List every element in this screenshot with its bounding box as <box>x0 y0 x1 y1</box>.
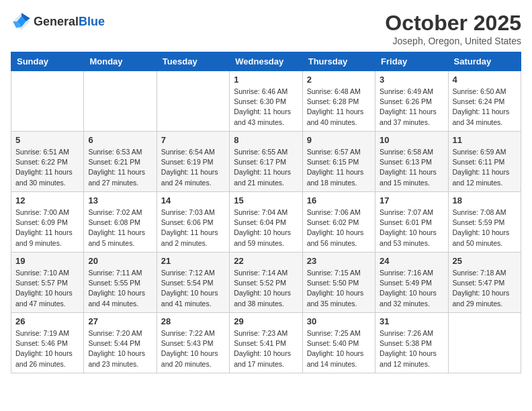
calendar-cell: 18Sunrise: 7:08 AM Sunset: 5:59 PM Dayli… <box>448 192 521 253</box>
day-info: Sunrise: 6:48 AM Sunset: 6:28 PM Dayligh… <box>307 87 371 128</box>
calendar-cell: 17Sunrise: 7:07 AM Sunset: 6:01 PM Dayli… <box>375 192 448 253</box>
day-info: Sunrise: 7:26 AM Sunset: 5:38 PM Dayligh… <box>380 328 443 369</box>
day-number: 31 <box>380 316 443 326</box>
calendar-cell: 8Sunrise: 6:55 AM Sunset: 6:17 PM Daylig… <box>230 132 302 192</box>
month-title: October 2025 <box>385 11 521 36</box>
calendar-cell: 13Sunrise: 7:02 AM Sunset: 6:08 PM Dayli… <box>84 192 157 253</box>
week-row-1: 1Sunrise: 6:46 AM Sunset: 6:30 PM Daylig… <box>11 71 521 132</box>
logo-blue: Blue <box>79 15 105 28</box>
day-number: 1 <box>234 75 298 85</box>
day-number: 21 <box>161 256 225 266</box>
day-info: Sunrise: 7:23 AM Sunset: 5:41 PM Dayligh… <box>234 328 298 369</box>
calendar-cell: 22Sunrise: 7:14 AM Sunset: 5:52 PM Dayli… <box>230 253 302 313</box>
day-info: Sunrise: 7:12 AM Sunset: 5:54 PM Dayligh… <box>161 268 225 309</box>
calendar: SundayMondayTuesdayWednesdayThursdayFrid… <box>11 52 521 373</box>
calendar-cell: 29Sunrise: 7:23 AM Sunset: 5:41 PM Dayli… <box>230 313 302 373</box>
location: Joseph, Oregon, United States <box>385 36 521 46</box>
calendar-cell: 4Sunrise: 6:50 AM Sunset: 6:24 PM Daylig… <box>448 71 521 132</box>
calendar-cell: 26Sunrise: 7:19 AM Sunset: 5:46 PM Dayli… <box>11 313 84 373</box>
calendar-cell: 28Sunrise: 7:22 AM Sunset: 5:43 PM Dayli… <box>157 313 229 373</box>
calendar-header: SundayMondayTuesdayWednesdayThursdayFrid… <box>11 52 521 71</box>
calendar-cell: 2Sunrise: 6:48 AM Sunset: 6:28 PM Daylig… <box>302 71 375 132</box>
calendar-cell: 25Sunrise: 7:18 AM Sunset: 5:47 PM Dayli… <box>448 253 521 313</box>
day-number: 12 <box>15 195 79 205</box>
day-info: Sunrise: 7:14 AM Sunset: 5:52 PM Dayligh… <box>234 268 298 309</box>
day-number: 24 <box>380 256 443 266</box>
day-number: 9 <box>307 135 371 145</box>
calendar-cell: 5Sunrise: 6:51 AM Sunset: 6:22 PM Daylig… <box>11 132 84 192</box>
calendar-cell: 11Sunrise: 6:59 AM Sunset: 6:11 PM Dayli… <box>448 132 521 192</box>
day-number: 22 <box>234 256 298 266</box>
day-number: 26 <box>15 316 79 326</box>
day-number: 27 <box>88 316 152 326</box>
day-number: 28 <box>161 316 225 326</box>
logo: GeneralBlue <box>11 11 105 32</box>
day-number: 20 <box>88 256 152 266</box>
day-of-week-wednesday: Wednesday <box>230 52 302 71</box>
day-info: Sunrise: 7:16 AM Sunset: 5:49 PM Dayligh… <box>380 268 443 309</box>
day-info: Sunrise: 7:00 AM Sunset: 6:09 PM Dayligh… <box>15 208 79 248</box>
day-number: 13 <box>88 195 152 205</box>
day-info: Sunrise: 6:55 AM Sunset: 6:17 PM Dayligh… <box>234 147 298 188</box>
day-info: Sunrise: 6:51 AM Sunset: 6:22 PM Dayligh… <box>15 147 79 188</box>
week-row-3: 12Sunrise: 7:00 AM Sunset: 6:09 PM Dayli… <box>11 192 521 253</box>
day-number: 2 <box>307 75 371 85</box>
calendar-cell <box>11 71 84 132</box>
day-of-week-friday: Friday <box>375 52 448 71</box>
calendar-cell: 15Sunrise: 7:04 AM Sunset: 6:04 PM Dayli… <box>230 192 302 253</box>
day-info: Sunrise: 7:04 AM Sunset: 6:04 PM Dayligh… <box>234 208 298 248</box>
calendar-cell: 27Sunrise: 7:20 AM Sunset: 5:44 PM Dayli… <box>84 313 157 373</box>
logo-text: GeneralBlue <box>34 15 105 29</box>
week-row-4: 19Sunrise: 7:10 AM Sunset: 5:57 PM Dayli… <box>11 253 521 313</box>
calendar-cell: 1Sunrise: 6:46 AM Sunset: 6:30 PM Daylig… <box>230 71 302 132</box>
logo-general: General <box>34 15 79 28</box>
day-number: 19 <box>15 256 79 266</box>
calendar-cell: 12Sunrise: 7:00 AM Sunset: 6:09 PM Dayli… <box>11 192 84 253</box>
calendar-cell: 16Sunrise: 7:06 AM Sunset: 6:02 PM Dayli… <box>302 192 375 253</box>
day-number: 17 <box>380 195 443 205</box>
day-info: Sunrise: 7:02 AM Sunset: 6:08 PM Dayligh… <box>88 208 152 248</box>
calendar-cell: 9Sunrise: 6:57 AM Sunset: 6:15 PM Daylig… <box>302 132 375 192</box>
week-row-2: 5Sunrise: 6:51 AM Sunset: 6:22 PM Daylig… <box>11 132 521 192</box>
calendar-cell: 10Sunrise: 6:58 AM Sunset: 6:13 PM Dayli… <box>375 132 448 192</box>
day-of-week-saturday: Saturday <box>448 52 521 71</box>
day-of-week-monday: Monday <box>84 52 157 71</box>
day-info: Sunrise: 6:54 AM Sunset: 6:19 PM Dayligh… <box>161 147 225 188</box>
calendar-cell: 7Sunrise: 6:54 AM Sunset: 6:19 PM Daylig… <box>157 132 229 192</box>
day-info: Sunrise: 7:03 AM Sunset: 6:06 PM Dayligh… <box>161 208 225 248</box>
calendar-cell: 31Sunrise: 7:26 AM Sunset: 5:38 PM Dayli… <box>375 313 448 373</box>
day-number: 30 <box>307 316 371 326</box>
day-number: 14 <box>161 195 225 205</box>
day-number: 10 <box>380 135 443 145</box>
day-of-week-sunday: Sunday <box>11 52 84 71</box>
day-info: Sunrise: 7:10 AM Sunset: 5:57 PM Dayligh… <box>15 268 79 309</box>
day-info: Sunrise: 6:57 AM Sunset: 6:15 PM Dayligh… <box>307 147 371 188</box>
calendar-cell: 19Sunrise: 7:10 AM Sunset: 5:57 PM Dayli… <box>11 253 84 313</box>
calendar-cell <box>84 71 157 132</box>
day-info: Sunrise: 7:18 AM Sunset: 5:47 PM Dayligh… <box>453 268 517 309</box>
calendar-cell: 3Sunrise: 6:49 AM Sunset: 6:26 PM Daylig… <box>375 71 448 132</box>
day-number: 23 <box>307 256 371 266</box>
day-number: 25 <box>453 256 517 266</box>
day-info: Sunrise: 7:06 AM Sunset: 6:02 PM Dayligh… <box>307 208 371 248</box>
calendar-cell: 23Sunrise: 7:15 AM Sunset: 5:50 PM Dayli… <box>302 253 375 313</box>
title-area: October 2025 Joseph, Oregon, United Stat… <box>385 11 521 46</box>
day-info: Sunrise: 7:22 AM Sunset: 5:43 PM Dayligh… <box>161 328 225 369</box>
day-info: Sunrise: 6:58 AM Sunset: 6:13 PM Dayligh… <box>380 147 443 188</box>
calendar-cell <box>448 313 521 373</box>
day-number: 29 <box>234 316 298 326</box>
calendar-cell: 30Sunrise: 7:25 AM Sunset: 5:40 PM Dayli… <box>302 313 375 373</box>
day-info: Sunrise: 7:08 AM Sunset: 5:59 PM Dayligh… <box>453 208 517 248</box>
day-number: 7 <box>161 135 225 145</box>
day-number: 8 <box>234 135 298 145</box>
logo-icon <box>11 11 32 32</box>
calendar-cell: 20Sunrise: 7:11 AM Sunset: 5:55 PM Dayli… <box>84 253 157 313</box>
calendar-cell: 6Sunrise: 6:53 AM Sunset: 6:21 PM Daylig… <box>84 132 157 192</box>
day-info: Sunrise: 6:49 AM Sunset: 6:26 PM Dayligh… <box>380 87 443 128</box>
day-number: 18 <box>453 195 517 205</box>
day-info: Sunrise: 7:11 AM Sunset: 5:55 PM Dayligh… <box>88 268 152 309</box>
day-number: 3 <box>380 75 443 85</box>
day-info: Sunrise: 7:25 AM Sunset: 5:40 PM Dayligh… <box>307 328 371 369</box>
week-row-5: 26Sunrise: 7:19 AM Sunset: 5:46 PM Dayli… <box>11 313 521 373</box>
day-info: Sunrise: 7:19 AM Sunset: 5:46 PM Dayligh… <box>15 328 79 369</box>
